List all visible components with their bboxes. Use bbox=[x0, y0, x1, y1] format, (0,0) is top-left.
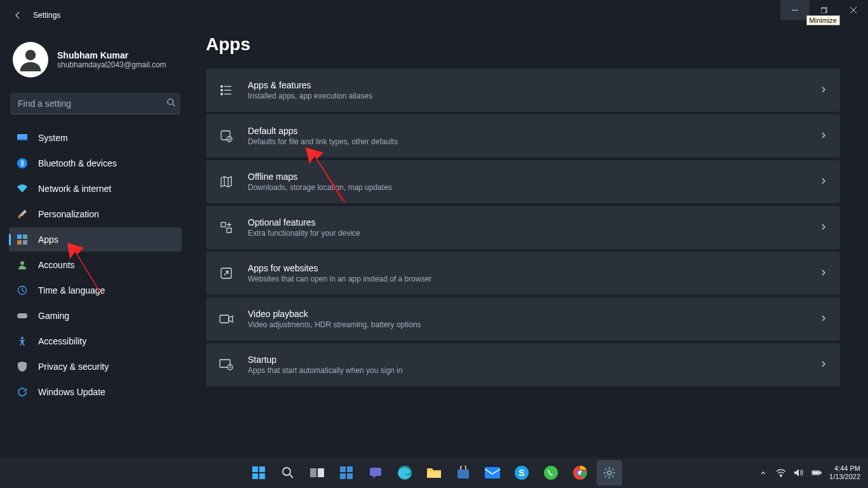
sidebar-item-apps[interactable]: Apps bbox=[9, 227, 182, 252]
profile-email: shubhamdayal2043@gmail.com bbox=[57, 60, 166, 69]
svg-rect-38 bbox=[252, 473, 258, 479]
svg-rect-44 bbox=[340, 466, 346, 472]
taskbar-store[interactable] bbox=[451, 460, 476, 485]
open-app-icon bbox=[219, 266, 234, 281]
sidebar-item-personalization[interactable]: Personalization bbox=[9, 202, 182, 226]
taskbar-widgets[interactable] bbox=[334, 460, 359, 485]
svg-point-14 bbox=[20, 261, 24, 265]
tray-expand-icon[interactable] bbox=[758, 468, 768, 478]
wifi-icon bbox=[17, 183, 28, 194]
taskbar-chrome[interactable] bbox=[567, 460, 593, 485]
taskbar-explorer[interactable] bbox=[421, 460, 447, 485]
sidebar-item-label: Personalization bbox=[38, 209, 99, 219]
taskbar: S 4:44 PM 1/13/2022 bbox=[0, 458, 868, 488]
sidebar-item-accounts[interactable]: Accounts bbox=[9, 253, 182, 277]
main-content: Apps Apps & featuresInstalled apps, app … bbox=[191, 30, 868, 458]
person-icon bbox=[17, 46, 44, 74]
card-title: Apps for websites bbox=[248, 263, 806, 273]
sidebar-item-label: Bluetooth & devices bbox=[38, 158, 117, 168]
sidebar-item-label: Time & language bbox=[38, 285, 105, 295]
taskbar-mail[interactable] bbox=[480, 460, 505, 485]
sidebar-item-time-language[interactable]: Time & language bbox=[9, 278, 182, 302]
sidebar-item-network[interactable]: Network & internet bbox=[9, 177, 182, 201]
taskbar-search[interactable] bbox=[275, 460, 301, 485]
optional-features-icon bbox=[219, 220, 234, 235]
card-title: Apps & features bbox=[248, 80, 806, 90]
sidebar-item-windows-update[interactable]: Windows Update bbox=[9, 380, 182, 404]
svg-point-59 bbox=[607, 471, 611, 475]
taskview-icon bbox=[310, 467, 324, 478]
start-button[interactable] bbox=[246, 460, 271, 485]
svg-rect-46 bbox=[340, 473, 346, 479]
card-startup[interactable]: StartupApps that start automatically whe… bbox=[206, 343, 840, 386]
card-subtitle: Video adjustments, HDR streaming, batter… bbox=[248, 320, 806, 329]
card-subtitle: Websites that can open in an app instead… bbox=[248, 274, 806, 283]
taskbar-taskview[interactable] bbox=[304, 460, 330, 485]
sidebar-item-label: Privacy & security bbox=[38, 362, 109, 372]
whatsapp-icon bbox=[543, 465, 559, 480]
taskbar-whatsapp[interactable] bbox=[538, 460, 564, 485]
wifi-tray-icon[interactable] bbox=[776, 468, 786, 478]
svg-rect-52 bbox=[485, 467, 500, 478]
volume-tray-icon[interactable] bbox=[794, 468, 804, 478]
taskbar-settings[interactable] bbox=[597, 460, 622, 485]
mail-icon bbox=[485, 467, 500, 478]
taskbar-chat[interactable] bbox=[363, 460, 388, 485]
svg-rect-28 bbox=[221, 222, 226, 227]
card-default-apps[interactable]: Default appsDefaults for file and link t… bbox=[206, 114, 840, 158]
taskbar-edge[interactable] bbox=[392, 460, 417, 485]
sidebar-item-label: Accounts bbox=[38, 260, 75, 270]
svg-rect-16 bbox=[17, 313, 27, 318]
chevron-right-icon bbox=[820, 222, 827, 233]
minimize-icon bbox=[792, 7, 798, 13]
card-video-playback[interactable]: Video playbackVideo adjustments, HDR str… bbox=[206, 297, 840, 341]
svg-rect-1 bbox=[821, 8, 826, 13]
clock-globe-icon bbox=[17, 285, 28, 296]
chevron-right-icon bbox=[820, 85, 827, 96]
svg-rect-8 bbox=[17, 139, 27, 140]
svg-text:S: S bbox=[519, 468, 524, 478]
svg-rect-63 bbox=[813, 471, 819, 474]
taskbar-clock[interactable]: 4:44 PM 1/13/2022 bbox=[829, 464, 863, 481]
back-button[interactable] bbox=[5, 3, 31, 28]
folder-icon bbox=[426, 466, 442, 479]
sidebar-item-label: Accessibility bbox=[38, 336, 86, 346]
search-input[interactable] bbox=[10, 93, 180, 114]
chevron-right-icon bbox=[820, 313, 827, 325]
card-offline-maps[interactable]: Offline mapsDownloads, storage location,… bbox=[206, 160, 840, 203]
svg-line-41 bbox=[290, 475, 293, 478]
clock-time: 4:44 PM bbox=[829, 464, 860, 473]
card-apps-for-websites[interactable]: Apps for websitesWebsites that can open … bbox=[206, 252, 840, 295]
list-icon bbox=[219, 83, 234, 98]
close-button[interactable] bbox=[839, 0, 868, 20]
svg-rect-36 bbox=[252, 466, 258, 472]
taskbar-center: S bbox=[246, 460, 622, 485]
gamepad-icon bbox=[17, 310, 28, 322]
svg-point-40 bbox=[283, 468, 290, 475]
chevron-right-icon bbox=[820, 130, 827, 142]
sidebar-item-accessibility[interactable]: Accessibility bbox=[9, 329, 182, 353]
arrow-left-icon bbox=[13, 10, 23, 20]
taskbar-skype[interactable]: S bbox=[509, 460, 534, 485]
svg-point-60 bbox=[780, 476, 782, 477]
card-title: Offline maps bbox=[248, 172, 806, 182]
profile[interactable]: Shubham Kumar shubhamdayal2043@gmail.com bbox=[9, 30, 182, 93]
svg-point-22 bbox=[221, 93, 223, 95]
sidebar-item-privacy[interactable]: Privacy & security bbox=[9, 355, 182, 379]
sidebar: Shubham Kumar shubhamdayal2043@gmail.com… bbox=[0, 30, 191, 458]
svg-point-17 bbox=[21, 337, 24, 339]
sidebar-item-gaming[interactable]: Gaming bbox=[9, 304, 182, 328]
minimize-button[interactable] bbox=[780, 0, 810, 20]
card-apps-features[interactable]: Apps & featuresInstalled apps, app execu… bbox=[206, 69, 840, 112]
battery-tray-icon[interactable] bbox=[811, 468, 822, 478]
sidebar-item-system[interactable]: System bbox=[9, 126, 182, 150]
svg-rect-10 bbox=[17, 234, 22, 239]
video-icon bbox=[219, 311, 234, 327]
sidebar-item-bluetooth[interactable]: Bluetooth & devices bbox=[9, 151, 182, 175]
card-optional-features[interactable]: Optional featuresExtra functionality for… bbox=[206, 206, 840, 249]
chrome-icon bbox=[573, 465, 588, 480]
apps-icon bbox=[17, 234, 28, 245]
avatar bbox=[13, 42, 48, 78]
system-tray: 4:44 PM 1/13/2022 bbox=[758, 458, 863, 488]
svg-rect-43 bbox=[318, 468, 324, 477]
